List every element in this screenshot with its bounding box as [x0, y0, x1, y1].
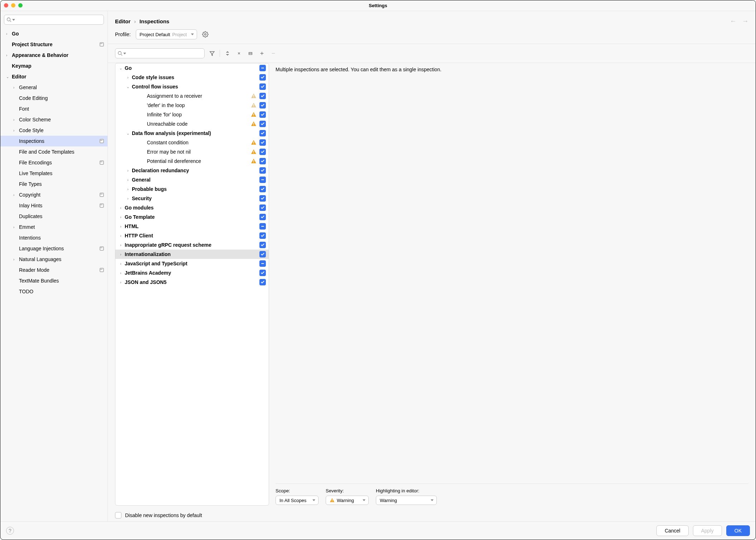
chevron-icon: › [125, 197, 130, 201]
filter-icon[interactable] [208, 49, 216, 57]
sidebar-item-intentions[interactable]: Intentions [0, 232, 107, 243]
inspection-checkbox[interactable] [259, 279, 266, 285]
inspection-row[interactable]: ›HTTP Client [115, 231, 269, 240]
inspection-checkbox[interactable] [259, 167, 266, 174]
inspections-search[interactable] [115, 48, 205, 58]
sidebar-item-appearance-behavior[interactable]: ›Appearance & Behavior [0, 50, 107, 61]
sidebar-item-go[interactable]: ›Go [0, 28, 107, 39]
inspection-label: JSON and JSON5 [125, 279, 257, 285]
inspection-row[interactable]: ›JSON and JSON5 [115, 278, 269, 287]
inspection-checkbox[interactable] [259, 214, 266, 220]
help-icon[interactable]: ? [6, 527, 14, 535]
severity-select[interactable]: Warning [326, 496, 369, 505]
inspection-checkbox[interactable] [259, 139, 266, 146]
inspection-row[interactable]: ›JetBrains Academy [115, 268, 269, 278]
sidebar-item-live-templates[interactable]: Live Templates [0, 168, 107, 179]
sidebar-item-file-and-code-templates[interactable]: File and Code Templates [0, 146, 107, 157]
inspection-checkbox[interactable] [259, 270, 266, 276]
inspection-row[interactable]: 'defer' in the loop [115, 101, 269, 110]
inspection-checkbox[interactable] [259, 177, 266, 183]
nav-forward-icon[interactable]: → [742, 18, 748, 25]
sidebar-search[interactable] [4, 15, 104, 25]
inspection-row[interactable]: ›Go modules [115, 203, 269, 212]
inspection-row[interactable]: ›Go Template [115, 212, 269, 222]
inspection-checkbox[interactable] [259, 195, 266, 202]
inspection-row[interactable]: ›Inappropriate gRPC request scheme [115, 240, 269, 250]
inspection-row[interactable]: Potential nil dereference [115, 156, 269, 166]
inspection-row[interactable]: ⌄Control flow issues [115, 82, 269, 91]
cancel-button[interactable]: Cancel [656, 525, 689, 536]
inspection-row[interactable]: ›HTML [115, 222, 269, 231]
inspection-row[interactable]: ›Code style issues [115, 73, 269, 82]
sidebar-item-inspections[interactable]: Inspections [0, 136, 107, 146]
minimize-window-button[interactable] [11, 3, 15, 8]
highlighting-select[interactable]: Warning [376, 496, 437, 505]
sidebar-item-font[interactable]: Font [0, 103, 107, 114]
inspection-checkbox[interactable] [259, 242, 266, 248]
sidebar-item-editor[interactable]: ⌄Editor [0, 71, 107, 82]
inspection-row[interactable]: ⌄Go [115, 63, 269, 73]
inspection-row[interactable]: ›General [115, 175, 269, 184]
sidebar-item-file-types[interactable]: File Types [0, 179, 107, 189]
inspection-row[interactable]: ›Probable bugs [115, 184, 269, 194]
inspection-checkbox[interactable] [259, 204, 266, 211]
apply-button[interactable]: Apply [693, 525, 722, 536]
sidebar-item-file-encodings[interactable]: File Encodings [0, 157, 107, 168]
scope-label: Scope: [276, 488, 319, 493]
inspection-checkbox[interactable] [259, 74, 266, 81]
sidebar-item-code-editing[interactable]: Code Editing [0, 93, 107, 103]
sidebar-item-todo[interactable]: TODO [0, 286, 107, 297]
inspection-checkbox[interactable] [259, 83, 266, 90]
inspection-row[interactable]: ›Declaration redundancy [115, 166, 269, 175]
inspection-checkbox[interactable] [259, 121, 266, 127]
expand-all-icon[interactable] [224, 49, 231, 57]
inspection-checkbox[interactable] [259, 65, 266, 71]
inspection-row[interactable]: Infinite 'for' loop [115, 110, 269, 119]
inspection-row[interactable]: Error may be not nil [115, 147, 269, 156]
inspection-checkbox[interactable] [259, 232, 266, 239]
inspection-checkbox[interactable] [259, 111, 266, 118]
maximize-window-button[interactable] [18, 3, 23, 8]
inspection-row[interactable]: Assignment to a receiver [115, 91, 269, 101]
inspection-checkbox[interactable] [259, 260, 266, 267]
reset-icon[interactable] [247, 49, 254, 57]
inspection-checkbox[interactable] [259, 223, 266, 230]
sidebar-item-inlay-hints[interactable]: Inlay Hints [0, 200, 107, 211]
sidebar-item-color-scheme[interactable]: ›Color Scheme [0, 114, 107, 125]
inspection-checkbox[interactable] [259, 158, 266, 164]
sidebar-item-copyright[interactable]: ›Copyright [0, 189, 107, 200]
sidebar-item-textmate-bundles[interactable]: TextMate Bundles [0, 275, 107, 286]
inspection-row[interactable]: ›Internationalization [115, 250, 269, 259]
inspection-label: Security [132, 196, 257, 201]
disable-new-checkbox[interactable] [115, 512, 121, 519]
inspection-checkbox[interactable] [259, 93, 266, 99]
sidebar-item-reader-mode[interactable]: Reader Mode [0, 265, 107, 275]
add-icon[interactable] [258, 49, 266, 57]
ok-button[interactable]: OK [726, 525, 750, 536]
inspection-checkbox[interactable] [259, 102, 266, 109]
sidebar-item-project-structure[interactable]: Project Structure [0, 39, 107, 50]
sidebar-item-general[interactable]: ›General [0, 82, 107, 93]
scope-select[interactable]: In All Scopes [276, 496, 319, 505]
inspection-checkbox[interactable] [259, 251, 266, 257]
remove-icon[interactable] [269, 49, 277, 57]
collapse-all-icon[interactable] [235, 49, 243, 57]
sidebar-item-duplicates[interactable]: Duplicates [0, 211, 107, 222]
inspection-checkbox[interactable] [259, 130, 266, 136]
sidebar-item-language-injections[interactable]: Language Injections [0, 243, 107, 254]
profile-select[interactable]: Project Default Project [136, 29, 197, 39]
inspection-row[interactable]: ⌄Data flow analysis (experimental) [115, 129, 269, 138]
sidebar-item-code-style[interactable]: ›Code Style [0, 125, 107, 136]
inspection-checkbox[interactable] [259, 186, 266, 192]
sidebar-item-keymap[interactable]: Keymap [0, 61, 107, 71]
inspection-row[interactable]: ›Security [115, 194, 269, 203]
gear-icon[interactable] [202, 31, 209, 38]
sidebar-item-emmet[interactable]: ›Emmet [0, 222, 107, 232]
sidebar-item-natural-languages[interactable]: ›Natural Languages [0, 254, 107, 265]
inspection-row[interactable]: ›JavaScript and TypeScript [115, 259, 269, 268]
inspection-row[interactable]: Constant condition [115, 138, 269, 147]
nav-back-icon[interactable]: ← [730, 18, 736, 25]
close-window-button[interactable] [4, 3, 8, 8]
inspection-checkbox[interactable] [259, 149, 266, 155]
inspection-row[interactable]: Unreachable code [115, 119, 269, 129]
